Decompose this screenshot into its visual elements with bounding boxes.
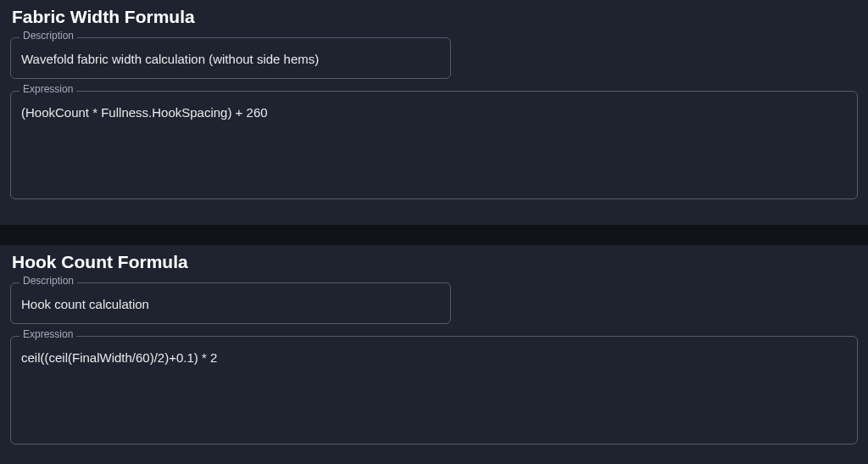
expression-field[interactable]: Expression (HookCount * Fullness.HookSpa…: [10, 91, 858, 199]
section-title: Hook Count Formula: [12, 252, 858, 272]
section-title: Fabric Width Formula: [12, 7, 858, 27]
expression-field[interactable]: Expression ceil((ceil(FinalWidth/60)/2)+…: [10, 336, 858, 444]
description-value: Wavefold fabric width calculation (witho…: [21, 50, 440, 68]
expression-label: Expression: [19, 329, 76, 339]
description-label: Description: [19, 276, 77, 286]
section-divider: [0, 225, 868, 245]
expression-value: ceil((ceil(FinalWidth/60)/2)+0.1) * 2: [21, 349, 847, 366]
description-label: Description: [19, 31, 77, 41]
description-field[interactable]: Description Wavefold fabric width calcul…: [10, 37, 451, 79]
description-field[interactable]: Description Hook count calculation: [10, 282, 451, 324]
expression-value: (HookCount * Fullness.HookSpacing) + 260: [21, 103, 847, 121]
formula-section-hook-count: Hook Count Formula Description Hook coun…: [0, 245, 868, 464]
formula-section-fabric-width: Fabric Width Formula Description Wavefol…: [0, 0, 868, 225]
description-value: Hook count calculation: [21, 295, 440, 313]
expression-label: Expression: [19, 84, 76, 94]
